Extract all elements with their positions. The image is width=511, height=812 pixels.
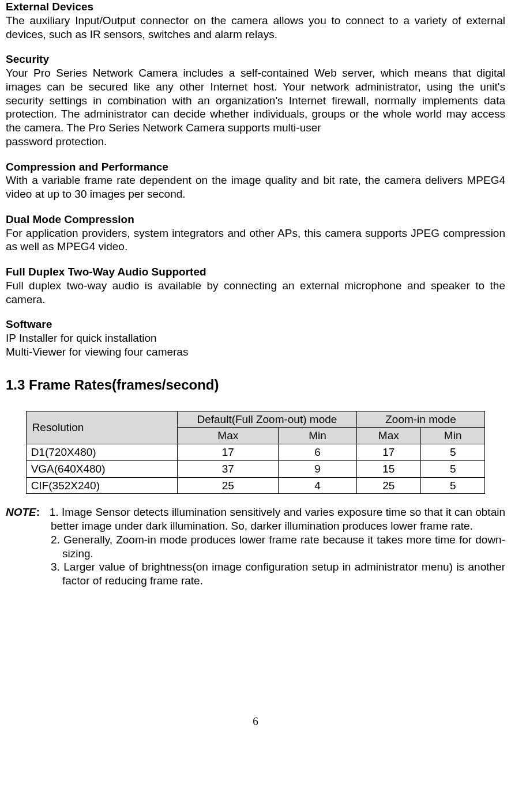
table-header-row-1: Resolution Default(Full Zoom-out) mode Z…: [26, 411, 485, 428]
note-item-1: NOTE: 1. Image Sensor detects illuminati…: [6, 505, 505, 533]
cell-resolution: VGA(640X480): [26, 460, 178, 477]
table-row: CIF(352X240) 25 4 25 5: [26, 477, 485, 494]
section-external-devices: External Devices The auxiliary Input/Out…: [6, 0, 505, 41]
cell-def-max: 25: [178, 477, 279, 494]
col-max-1: Max: [178, 428, 279, 444]
cell-def-min: 4: [279, 477, 356, 494]
body-security: Your Pro Series Network Camera includes …: [6, 66, 505, 135]
col-default-mode: Default(Full Zoom-out) mode: [178, 411, 356, 428]
body-compression: With a variable frame rate dependent on …: [6, 173, 505, 201]
cell-def-max: 17: [178, 444, 279, 461]
cell-zoom-max: 25: [356, 477, 420, 494]
frame-rates-title: 1.3 Frame Rates(frames/second): [6, 376, 505, 394]
page-number: 6: [6, 715, 505, 728]
cell-zoom-max: 17: [356, 444, 420, 461]
heading-compression: Compression and Performance: [6, 160, 505, 174]
body-external-devices: The auxiliary Input/Output connector on …: [6, 14, 505, 41]
note-block: NOTE: 1. Image Sensor detects illuminati…: [6, 505, 505, 588]
table-row: VGA(640X480) 37 9 15 5: [26, 460, 485, 477]
heading-software: Software: [6, 318, 505, 331]
cell-resolution: CIF(352X240): [26, 477, 178, 494]
cell-zoom-min: 5: [420, 460, 484, 477]
heading-duplex: Full Duplex Two-Way Audio Supported: [6, 265, 505, 279]
cell-zoom-min: 5: [420, 477, 484, 494]
note-item-3: 3. Larger value of brightness(on image c…: [6, 560, 505, 588]
heading-security: Security: [6, 52, 505, 66]
cell-resolution: D1(720X480): [26, 444, 178, 461]
col-resolution: Resolution: [26, 411, 178, 444]
section-duplex: Full Duplex Two-Way Audio Supported Full…: [6, 265, 505, 306]
cell-def-max: 37: [178, 460, 279, 477]
cell-def-min: 6: [279, 444, 356, 461]
col-zoom-in-mode: Zoom-in mode: [356, 411, 485, 428]
body-security-last: password protection.: [6, 135, 505, 149]
section-security: Security Your Pro Series Network Camera …: [6, 52, 505, 148]
note-text-1: 1. Image Sensor detects illumination sen…: [50, 506, 505, 532]
heading-dual-mode: Dual Mode Compression: [6, 213, 505, 226]
software-line2: Multi-Viewer for viewing four cameras: [6, 345, 505, 359]
section-dual-mode: Dual Mode Compression For application pr…: [6, 213, 505, 254]
cell-zoom-min: 5: [420, 444, 484, 461]
col-max-2: Max: [356, 428, 420, 444]
table-row: D1(720X480) 17 6 17 5: [26, 444, 485, 461]
section-software: Software IP Installer for quick installa…: [6, 318, 505, 358]
col-min-1: Min: [279, 428, 356, 444]
section-compression: Compression and Performance With a varia…: [6, 160, 505, 201]
heading-external-devices: External Devices: [6, 0, 505, 14]
note-item-2: 2. Generally, Zoom-in mode produces lowe…: [6, 533, 505, 561]
note-colon: :: [36, 506, 40, 518]
cell-zoom-max: 15: [356, 460, 420, 477]
col-min-2: Min: [420, 428, 484, 444]
frame-rates-table: Resolution Default(Full Zoom-out) mode Z…: [26, 411, 486, 494]
body-dual-mode: For application providers, system integr…: [6, 226, 505, 254]
software-line1: IP Installer for quick installation: [6, 331, 505, 345]
body-duplex: Full duplex two-way audio is available b…: [6, 279, 505, 307]
note-label: NOTE: [6, 506, 36, 518]
cell-def-min: 9: [279, 460, 356, 477]
